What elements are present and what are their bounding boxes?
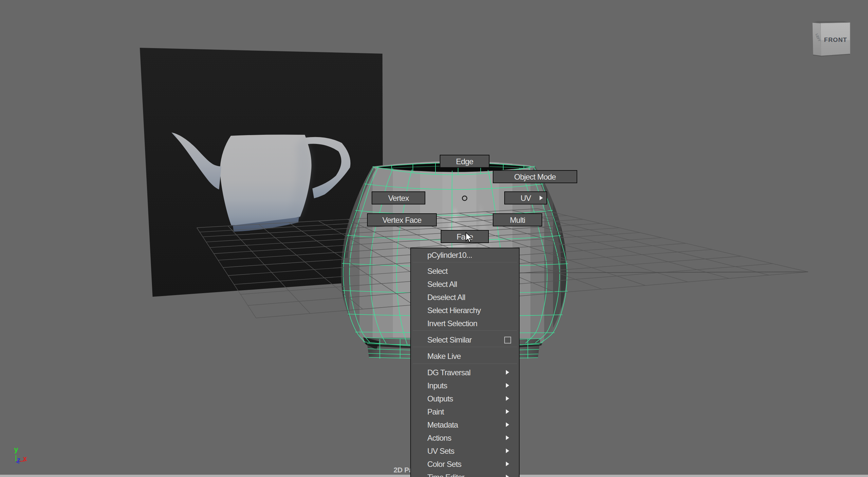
svg-text:x: x — [23, 454, 27, 463]
svg-text:FRONT: FRONT — [824, 36, 847, 43]
svg-text:y: y — [14, 445, 18, 453]
svg-text:z: z — [17, 456, 20, 463]
